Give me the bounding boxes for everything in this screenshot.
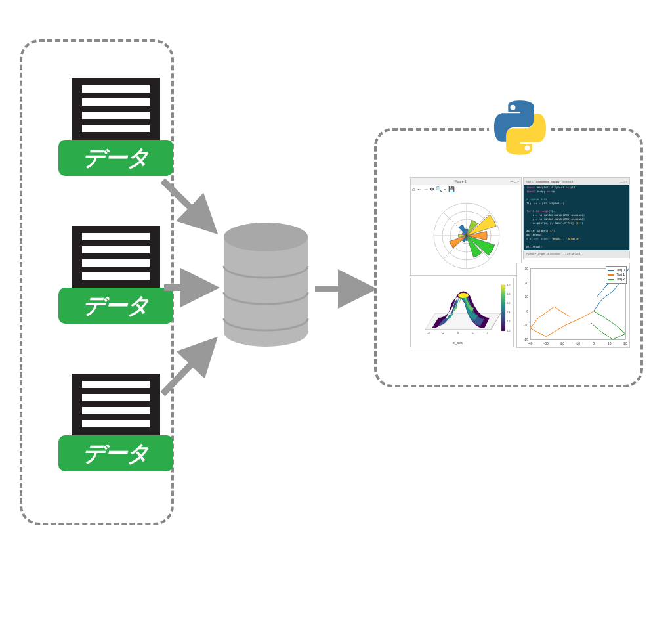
colorbar: 0.00.20.40.60.81.0 — [501, 283, 511, 332]
svg-text:0: 0 — [457, 331, 459, 334]
svg-text:0.2: 0.2 — [507, 320, 511, 323]
svg-text:4: 4 — [487, 331, 489, 334]
python-output-screenshots: Figure 1— □ × ⌂ ← → ✥ 🔍 ≡ 💾 Start + comp… — [410, 177, 630, 348]
config-icon: ≡ — [444, 186, 447, 192]
matplotlib-toolbar: ⌂ ← → ✥ 🔍 ≡ 💾 — [411, 185, 521, 193]
chart-legend: Traj 0Traj 1Traj 2 — [606, 266, 627, 284]
screenshot-line-plot: -40-30-20-1001020 -20-100102030 Traj 0Tr… — [516, 263, 630, 348]
axis-label: x_axis — [453, 341, 463, 345]
surface-3d-chart: 0.00.20.40.60.81.0 -4-2024 x_axis — [411, 278, 514, 347]
editor-statusbar: Python • Length: 48 Location: 1 : 1 Lg:1… — [524, 250, 629, 258]
svg-text:0.8: 0.8 — [507, 292, 511, 295]
editor-tab: Start + — [526, 180, 534, 183]
svg-text:-4: -4 — [427, 331, 430, 334]
database-icon — [220, 220, 312, 348]
forward-icon: → — [423, 186, 429, 192]
svg-rect-15 — [501, 285, 505, 331]
svg-point-2 — [224, 318, 308, 347]
svg-text:0: 0 — [526, 309, 528, 313]
pan-icon: ✥ — [430, 186, 434, 192]
screenshot-polar-figure: Figure 1— □ × ⌂ ← → ✥ 🔍 ≡ 💾 — [410, 177, 522, 276]
arrow-source-to-db — [163, 181, 213, 230]
svg-text:1.0: 1.0 — [507, 283, 511, 286]
svg-text:-40: -40 — [528, 341, 532, 345]
editor-tab-bar: Start + composite_trap.py Untitled-1 — □… — [524, 178, 629, 185]
svg-point-12 — [458, 293, 469, 298]
polar-bar-chart — [411, 193, 522, 275]
svg-text:0.4: 0.4 — [507, 311, 511, 314]
svg-text:20: 20 — [623, 341, 627, 345]
svg-text:0: 0 — [593, 341, 595, 345]
svg-text:-20: -20 — [524, 337, 528, 341]
svg-text:2: 2 — [472, 331, 474, 334]
zoom-icon: 🔍 — [436, 186, 442, 192]
editor-tab: Untitled-1 — [562, 180, 573, 183]
arrow-source-to-db — [163, 341, 213, 394]
svg-text:0.6: 0.6 — [507, 301, 511, 305]
svg-text:0.0: 0.0 — [507, 329, 511, 332]
svg-text:-2: -2 — [442, 331, 445, 334]
svg-text:-30: -30 — [544, 341, 549, 345]
svg-text:-10: -10 — [524, 323, 528, 327]
svg-text:-10: -10 — [576, 341, 580, 345]
svg-text:30: 30 — [524, 267, 528, 271]
back-icon: ← — [417, 186, 422, 192]
home-icon: ⌂ — [412, 186, 415, 192]
screenshot-3d-surface: 0.00.20.40.60.81.0 -4-2024 x_axis — [410, 278, 514, 347]
svg-text:20: 20 — [524, 281, 528, 285]
python-logo-icon — [489, 97, 551, 159]
svg-text:10: 10 — [608, 341, 612, 345]
window-titlebar: Figure 1— □ × — [411, 178, 521, 185]
svg-text:-20: -20 — [560, 341, 564, 345]
svg-point-3 — [224, 223, 308, 251]
save-icon: 💾 — [448, 186, 455, 192]
editor-tab: composite_trap.py — [536, 180, 560, 183]
svg-text:10: 10 — [524, 295, 528, 299]
screenshot-code-editor: Start + composite_trap.py Untitled-1 — □… — [523, 177, 630, 259]
code-editor-body: import matplotlib.pyplot as plt import n… — [524, 185, 629, 250]
